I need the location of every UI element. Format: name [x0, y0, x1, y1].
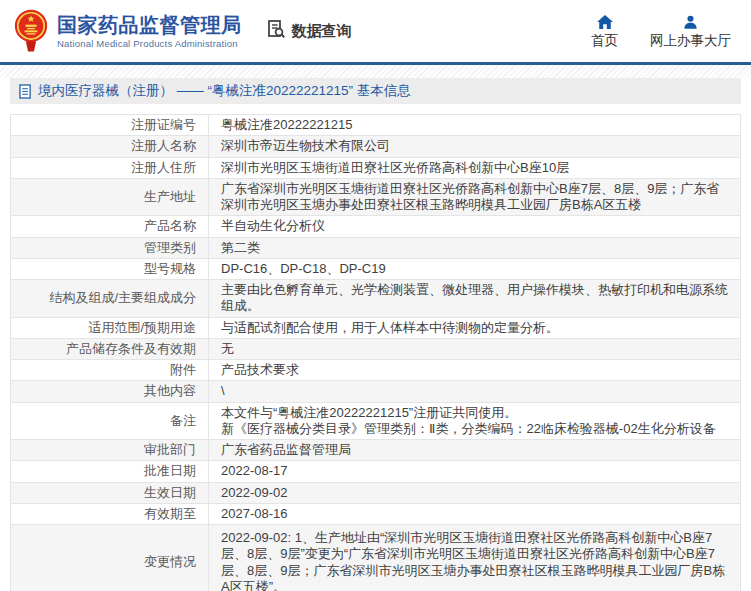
- data-query-text: 数据查询: [292, 22, 352, 41]
- row-label: 有效期至: [11, 503, 209, 524]
- nav-item-online-hall-label: 网上办事大厅: [650, 32, 731, 50]
- row-value: 粤械注准20222221215: [209, 115, 741, 136]
- table-row: 管理类别第二类: [11, 237, 741, 258]
- table-row: 产品名称半自动生化分析仪: [11, 216, 741, 237]
- row-label: 管理类别: [11, 237, 209, 258]
- row-value: DP-C16、DP-C18、DP-C19: [209, 258, 741, 279]
- breadcrumb-title: 境内医疗器械（注册） —— “粤械注准20222221215” 基本信息: [38, 82, 411, 100]
- table-row: 产品储存条件及有效期无: [11, 338, 741, 359]
- nav-item-online-hall[interactable]: 网上办事大厅: [650, 13, 731, 50]
- table-row: 注册证编号粤械注准20222221215: [11, 115, 741, 136]
- agency-name-en: National Medical Products Administration: [57, 38, 242, 49]
- data-query-label[interactable]: 数据查询: [266, 19, 352, 43]
- row-label: 变更情况: [11, 525, 209, 591]
- row-value: 广东省药品监督管理局: [209, 440, 741, 461]
- table-row: 审批部门广东省药品监督管理局: [11, 440, 741, 461]
- document-icon: [19, 84, 32, 99]
- row-label: 注册人住所: [11, 157, 209, 178]
- table-row: 批准日期2022-08-17: [11, 461, 741, 482]
- row-label: 型号规格: [11, 258, 209, 279]
- home-icon: [596, 13, 614, 30]
- row-value: 深圳市帝迈生物技术有限公司: [209, 136, 741, 157]
- table-row: 注册人住所深圳市光明区玉塘街道田寮社区光侨路高科创新中心B座10层: [11, 157, 741, 178]
- table-row: 附件产品技术要求: [11, 360, 741, 381]
- table-row: 变更情况2022-09-02: 1、生产地址由“深圳市光明区玉塘街道田寮社区光侨…: [11, 525, 741, 591]
- row-label: 批准日期: [11, 461, 209, 482]
- row-value: 无: [209, 338, 741, 359]
- table-row: 型号规格DP-C16、DP-C18、DP-C19: [11, 258, 741, 279]
- nav-item-home[interactable]: 首页: [591, 13, 618, 50]
- row-label: 生效日期: [11, 482, 209, 503]
- row-value: 产品技术要求: [209, 360, 741, 381]
- table-row: 有效期至2027-08-16: [11, 503, 741, 524]
- info-table-body: 注册证编号粤械注准20222221215注册人名称深圳市帝迈生物技术有限公司注册…: [11, 115, 741, 591]
- table-row: 结构及组成/主要组成成分主要由比色孵育单元、光学检测装置、微处理器、用户操作模块…: [11, 280, 741, 318]
- row-label: 生产地址: [11, 178, 209, 216]
- row-value: 深圳市光明区玉塘街道田寮社区光侨路高科创新中心B座10层: [209, 157, 741, 178]
- table-row: 生产地址广东省深圳市光明区玉塘街道田寮社区光侨路高科创新中心B座7层、8层、9层…: [11, 178, 741, 216]
- row-value: 主要由比色孵育单元、光学检测装置、微处理器、用户操作模块、热敏打印机和电源系统组…: [209, 280, 741, 318]
- table-row: 适用范围/预期用途与适配试剂配合使用，用于人体样本中待测物的定量分析。: [11, 317, 741, 338]
- row-value: 本文件与“粤械注准20222221215”注册证共同使用。新《医疗器械分类目录》…: [209, 402, 741, 440]
- nav-item-home-label: 首页: [591, 32, 618, 50]
- row-label: 注册证编号: [11, 115, 209, 136]
- table-row: 注册人名称深圳市帝迈生物技术有限公司: [11, 136, 741, 157]
- agency-logo[interactable]: 国家药品监督管理局 National Medical Products Admi…: [14, 7, 242, 55]
- row-value: 半自动生化分析仪: [209, 216, 741, 237]
- table-row: 其他内容\: [11, 381, 741, 402]
- main-content: 境内医疗器械（注册） —— “粤械注准20222221215” 基本信息 注册证…: [10, 78, 741, 591]
- row-label: 结构及组成/主要组成成分: [11, 280, 209, 318]
- user-icon: [682, 13, 699, 30]
- breadcrumb: 境内医疗器械（注册） —— “粤械注准20222221215” 基本信息: [10, 78, 741, 104]
- row-value: 2022-08-17: [209, 461, 741, 482]
- row-label: 产品名称: [11, 216, 209, 237]
- row-label: 附件: [11, 360, 209, 381]
- row-value: 2027-08-16: [209, 503, 741, 524]
- row-value: 广东省深圳市光明区玉塘街道田寮社区光侨路高科创新中心B座7层、8层、9层；广东省…: [209, 178, 741, 216]
- row-label: 产品储存条件及有效期: [11, 338, 209, 359]
- page-header: 国家药品监督管理局 National Medical Products Admi…: [0, 0, 751, 62]
- row-label: 注册人名称: [11, 136, 209, 157]
- header-nav: 首页 网上办事大厅: [591, 13, 739, 50]
- row-value: 2022-09-02: [209, 482, 741, 503]
- agency-name-cn: 国家药品监督管理局: [57, 14, 242, 36]
- row-label: 其他内容: [11, 381, 209, 402]
- agency-title-block: 国家药品监督管理局 National Medical Products Admi…: [57, 14, 242, 49]
- row-label: 备注: [11, 402, 209, 440]
- row-value: 第二类: [209, 237, 741, 258]
- hatched-strip: [0, 65, 751, 78]
- row-label: 审批部门: [11, 440, 209, 461]
- row-value: 与适配试剂配合使用，用于人体样本中待测物的定量分析。: [209, 317, 741, 338]
- row-label: 适用范围/预期用途: [11, 317, 209, 338]
- table-row: 生效日期2022-09-02: [11, 482, 741, 503]
- row-value: \: [209, 381, 741, 402]
- registration-info-table: 注册证编号粤械注准20222221215注册人名称深圳市帝迈生物技术有限公司注册…: [10, 114, 741, 591]
- row-value: 2022-09-02: 1、生产地址由“深圳市光明区玉塘街道田寮社区光侨路高科创…: [209, 525, 741, 591]
- table-row: 备注本文件与“粤械注准20222221215”注册证共同使用。新《医疗器械分类目…: [11, 402, 741, 440]
- national-emblem-icon: [14, 7, 48, 55]
- document-search-icon: [266, 19, 287, 43]
